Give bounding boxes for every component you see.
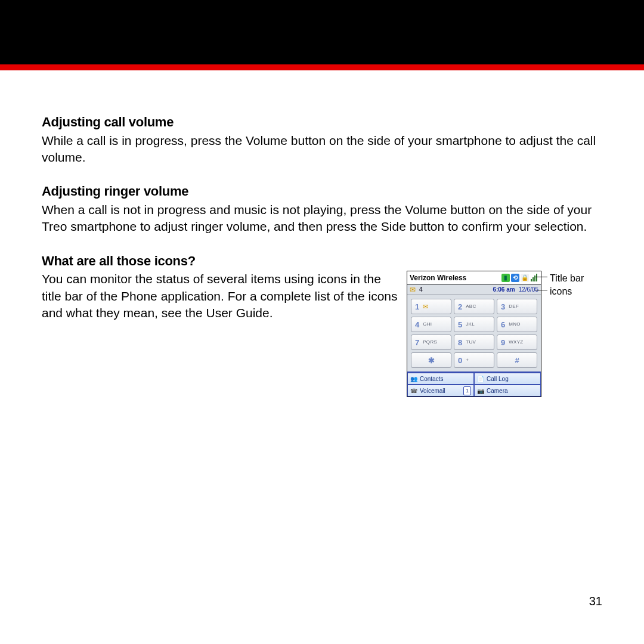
bluetooth-icon: ⟲ [511, 274, 519, 282]
section2-heading: Adjusting ringer volume [42, 182, 602, 200]
key-8[interactable]: 8TUV [454, 335, 494, 350]
section3-row: You can monitor the status of several it… [42, 271, 602, 397]
fav-camera[interactable]: 📷 Camera [474, 385, 541, 397]
dial-keypad: 1✉ 2ABC 3DEF 4GHI 5JKL 6MNO 7PQRS 8TUV 9… [407, 295, 541, 371]
fav-calllog-label: Call Log [487, 375, 509, 383]
fav-calllog[interactable]: 📄 Call Log [474, 373, 541, 385]
key-5[interactable]: 5JKL [454, 317, 494, 332]
status-time: 6:06 am [493, 286, 515, 294]
phone-illustration-column: Verizon Wireless ▮ ⟲ 🔒 ✉ 4 6:06 am 12/ [407, 271, 602, 397]
page-content: Adjusting call volume While a call is in… [0, 70, 644, 397]
section1-heading: Adjusting call volume [42, 113, 602, 131]
callout-icons: icons [550, 285, 572, 298]
camera-icon: 📷 [477, 387, 484, 394]
section3-body: You can monitor the status of several it… [42, 271, 400, 321]
calllog-icon: 📄 [477, 375, 484, 382]
phone-status-row: ✉ 4 6:06 am 12/6/05 [407, 284, 541, 295]
key-6[interactable]: 6MNO [497, 317, 537, 332]
callout-line-titlebar [535, 277, 547, 277]
section3-heading: What are all those icons? [42, 252, 602, 270]
header-red-band [0, 64, 644, 70]
fav-camera-label: Camera [487, 387, 508, 395]
svg-rect-1 [532, 277, 534, 281]
battery-icon: ▮ [501, 274, 510, 282]
svg-rect-2 [534, 275, 535, 281]
fav-contacts-label: Contacts [420, 375, 443, 383]
manual-page: Adjusting call volume While a call is in… [0, 0, 644, 644]
page-number: 31 [589, 595, 602, 608]
key-hash[interactable]: # [497, 352, 537, 368]
fav-voicemail-label: Voicemail [420, 387, 445, 395]
voicemail-glyph: ✉ [423, 302, 428, 311]
section1-body: While a call is in progress, press the V… [42, 132, 602, 166]
voicemail-icon: ☎ [410, 387, 417, 394]
key-0[interactable]: 0+ [454, 352, 494, 368]
phone-title-bar: Verizon Wireless ▮ ⟲ 🔒 [407, 271, 541, 284]
svg-rect-3 [536, 274, 537, 281]
key-1[interactable]: 1✉ [411, 299, 451, 314]
message-count: 4 [419, 286, 423, 294]
key-4[interactable]: 4GHI [411, 317, 451, 332]
voicemail-badge: 1 [463, 386, 471, 395]
carrier-label: Verizon Wireless [410, 273, 500, 283]
key-3[interactable]: 3DEF [497, 299, 537, 314]
fav-voicemail[interactable]: ☎ Voicemail 1 [407, 385, 474, 397]
key-9[interactable]: 9WXYZ [497, 335, 537, 350]
phone-mockup: Verizon Wireless ▮ ⟲ 🔒 ✉ 4 6:06 am 12/ [407, 271, 541, 397]
callout-titlebar: Title bar [550, 272, 584, 285]
keylock-icon: 🔒 [521, 274, 529, 282]
signal-icon [530, 274, 538, 282]
key-star[interactable]: ✱ [411, 352, 451, 368]
favorites-panel: 👥 Contacts 📄 Call Log ☎ Voicemai [407, 371, 541, 397]
contacts-icon: 👥 [410, 375, 417, 382]
callout-line-icons [535, 290, 547, 290]
message-icon: ✉ [410, 285, 416, 295]
key-2[interactable]: 2ABC [454, 299, 494, 314]
fav-contacts[interactable]: 👥 Contacts [407, 373, 474, 385]
header-black-band [0, 0, 644, 64]
key-7[interactable]: 7PQRS [411, 335, 451, 350]
svg-rect-0 [531, 279, 532, 281]
section2-body: When a call is not in progress and music… [42, 202, 602, 236]
